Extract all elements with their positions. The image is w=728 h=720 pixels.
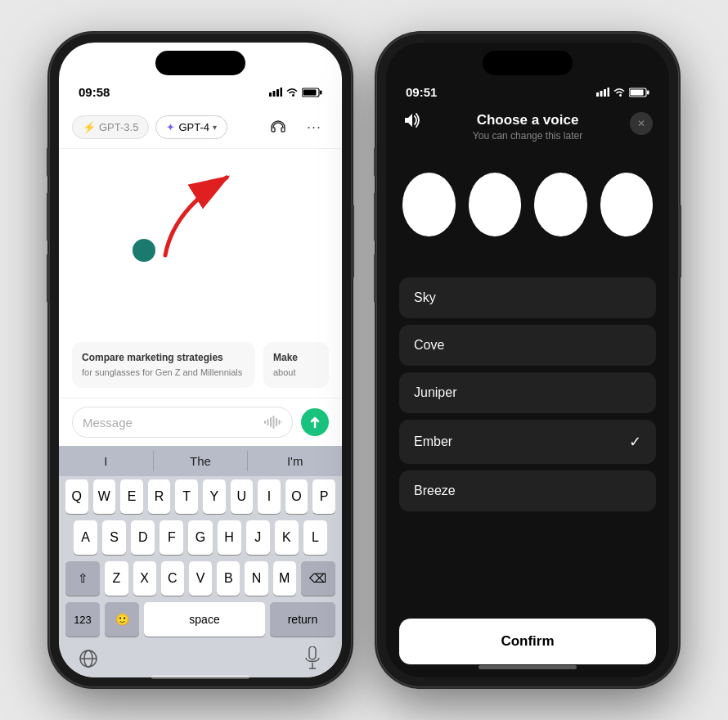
prompt-card-2[interactable]: Make about: [263, 342, 329, 388]
gpt35-button[interactable]: ⚡ GPT-3.5: [72, 115, 149, 139]
prompt-card-1-rest: for sunglasses for Gen Z and Millennials: [82, 367, 242, 377]
key-i[interactable]: I: [258, 479, 281, 514]
key-z[interactable]: Z: [105, 561, 128, 596]
mic-icon[interactable]: [303, 646, 322, 671]
voice-list: Sky Cove Juniper Ember ✓ Breeze: [386, 277, 669, 605]
key-return[interactable]: return: [270, 602, 335, 637]
voice-circle-4: [600, 173, 654, 236]
gpt35-label: GPT-3.5: [99, 121, 138, 133]
phones-container: 09:58: [0, 0, 728, 720]
key-123[interactable]: 123: [65, 602, 100, 637]
phone1-status-icons: [269, 88, 322, 97]
gpt4-button[interactable]: ✦ GPT-4 ▾: [155, 115, 227, 139]
key-r[interactable]: R: [148, 479, 171, 514]
prompt-card-2-bold: Make: [273, 352, 319, 363]
svg-rect-9: [267, 419, 269, 425]
confirm-button[interactable]: Confirm: [399, 619, 656, 664]
key-q[interactable]: Q: [65, 479, 88, 514]
more-button[interactable]: ···: [299, 112, 329, 142]
phone-1: 09:58: [49, 33, 352, 687]
key-o[interactable]: O: [285, 479, 308, 514]
key-b[interactable]: B: [217, 561, 240, 596]
voice-item-cove[interactable]: Cove: [399, 325, 656, 366]
voice-item-ember[interactable]: Ember ✓: [399, 420, 656, 464]
voice-name-juniper: Juniper: [414, 385, 456, 400]
svg-rect-14: [281, 421, 282, 423]
message-input[interactable]: Message: [72, 407, 293, 438]
svg-rect-8: [264, 421, 266, 424]
key-k[interactable]: K: [275, 520, 299, 555]
chevron-down-icon: ▾: [213, 123, 217, 132]
svg-rect-12: [276, 418, 277, 426]
svg-rect-0: [269, 92, 272, 97]
more-icon: ···: [307, 119, 321, 136]
phone1-time: 09:58: [79, 85, 110, 99]
home-indicator-1: [151, 675, 249, 679]
phone-2: 09:51: [376, 33, 679, 687]
key-s[interactable]: S: [102, 520, 126, 555]
voice-circle-1: [402, 173, 456, 236]
svg-rect-1: [273, 91, 276, 97]
key-shift[interactable]: ⇧: [65, 561, 100, 596]
keyboard-bottom-row: 123 🙂 space return: [59, 599, 342, 643]
keyboard-mic-row: [59, 643, 342, 677]
suggest-i[interactable]: I: [59, 451, 154, 471]
globe-icon[interactable]: [79, 649, 98, 668]
voice-circles: [386, 148, 669, 277]
svg-rect-18: [309, 646, 316, 659]
send-button[interactable]: [301, 408, 329, 436]
key-space[interactable]: space: [144, 602, 265, 637]
voice-item-breeze[interactable]: Breeze: [399, 470, 656, 511]
svg-rect-11: [273, 416, 275, 429]
headphone-button[interactable]: [263, 112, 293, 142]
suggest-the[interactable]: The: [154, 451, 249, 471]
phone2-subtitle: You can change this later: [473, 130, 582, 142]
dynamic-island: [155, 51, 245, 75]
key-d[interactable]: D: [131, 520, 155, 555]
close-button[interactable]: ✕: [630, 112, 653, 135]
svg-rect-24: [608, 88, 610, 97]
keyboard[interactable]: I The I'm Q W E R T Y U I O: [59, 446, 342, 677]
key-w[interactable]: W: [93, 479, 116, 514]
voice-name-breeze: Breeze: [414, 484, 456, 498]
svg-rect-27: [647, 90, 649, 94]
key-t[interactable]: T: [175, 479, 198, 514]
battery-icon: [302, 88, 322, 97]
message-input-area: Message: [59, 398, 342, 446]
key-f[interactable]: F: [160, 520, 183, 555]
key-delete[interactable]: ⌫: [301, 561, 335, 596]
key-g[interactable]: G: [188, 520, 212, 555]
phone2-screen: 09:51: [386, 43, 669, 677]
key-l[interactable]: L: [303, 520, 327, 555]
key-e[interactable]: E: [120, 479, 143, 514]
key-m[interactable]: M: [273, 561, 296, 596]
key-u[interactable]: U: [231, 479, 254, 514]
prompt-card-1[interactable]: Compare marketing strategies for sunglas…: [72, 342, 255, 388]
key-j[interactable]: J: [246, 520, 270, 555]
voice-name-sky: Sky: [414, 290, 436, 305]
voice-item-sky[interactable]: Sky: [399, 277, 656, 318]
phone2-title: Choose a voice: [473, 112, 582, 128]
svg-rect-23: [604, 89, 606, 97]
voice-name-ember: Ember: [414, 434, 452, 449]
key-h[interactable]: H: [218, 520, 241, 555]
arrow-annotation: [141, 161, 263, 268]
key-c[interactable]: C: [161, 561, 184, 596]
phone1-toolbar: ⚡ GPT-3.5 ✦ GPT-4 ▾ ··: [59, 106, 342, 149]
key-n[interactable]: N: [245, 561, 267, 596]
svg-rect-10: [270, 417, 272, 427]
battery-icon-2: [629, 88, 649, 97]
voice-circle-3: [534, 173, 587, 236]
svg-rect-13: [279, 420, 281, 425]
key-x[interactable]: X: [133, 561, 156, 596]
waveform-icon: [264, 416, 282, 429]
suggest-im[interactable]: I'm: [248, 451, 342, 471]
key-emoji[interactable]: 🙂: [105, 602, 139, 637]
key-y[interactable]: Y: [203, 479, 226, 514]
key-a[interactable]: A: [74, 520, 97, 555]
voice-item-juniper[interactable]: Juniper: [399, 372, 656, 413]
key-v[interactable]: V: [189, 561, 212, 596]
key-p[interactable]: P: [312, 479, 335, 514]
phone1-screen: 09:58: [59, 43, 342, 677]
message-placeholder: Message: [83, 416, 133, 430]
